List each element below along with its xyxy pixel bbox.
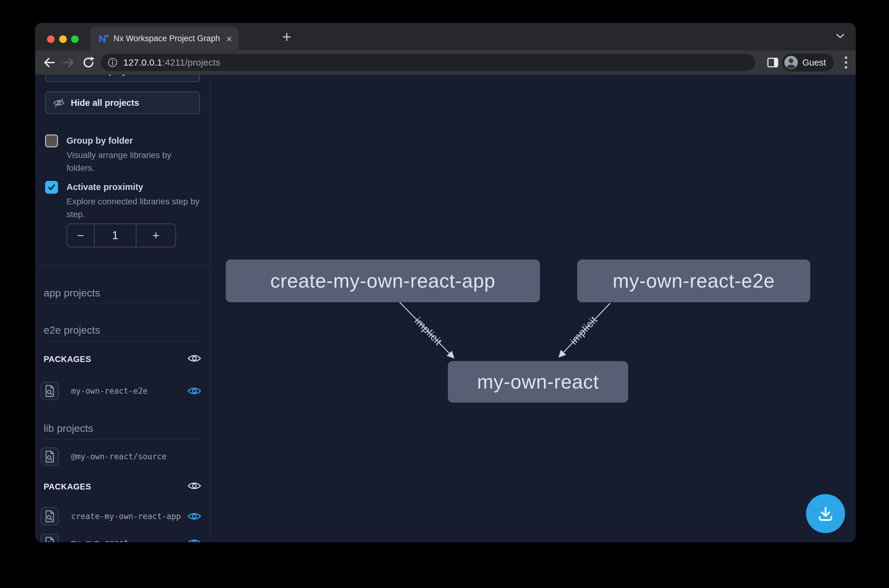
tab-title: Nx Workspace Project Graph <box>114 34 223 43</box>
graph-node-my-own-react-e2e[interactable]: my-own-react-e2e <box>577 260 810 302</box>
browser-toolbar: 127.0.0.1:4211/projects Guest <box>35 50 856 75</box>
macos-minimize-button[interactable] <box>59 35 67 43</box>
edge-label-implicit: implicit <box>413 315 444 347</box>
graph-edges: implicit implicit <box>35 75 856 542</box>
download-graph-button[interactable] <box>806 494 845 533</box>
download-icon <box>817 505 834 522</box>
tab-strip: Nx Workspace Project Graph × + <box>35 23 856 50</box>
address-bar[interactable]: 127.0.0.1:4211/projects <box>101 54 755 71</box>
site-info-icon[interactable] <box>107 57 118 68</box>
graph-node-create-my-own-react-app[interactable]: create-my-own-react-app <box>226 260 540 302</box>
url-path: :4211/projects <box>162 57 220 68</box>
nx-logo-icon <box>98 33 109 44</box>
tab-close-icon[interactable]: × <box>226 33 232 44</box>
app-content: Show all projects Hide all projects Grou… <box>35 75 856 542</box>
macos-close-button[interactable] <box>47 35 55 43</box>
avatar <box>784 56 798 69</box>
profile-button[interactable]: Guest <box>782 54 834 71</box>
tab-nx-workspace-project-graph[interactable]: Nx Workspace Project Graph × <box>90 27 239 50</box>
browser-window: Nx Workspace Project Graph × + <box>35 23 856 542</box>
profile-name: Guest <box>802 58 826 68</box>
back-icon[interactable] <box>42 56 56 69</box>
url-host: 127.0.0.1 <box>123 57 162 68</box>
chevron-down-icon[interactable] <box>835 33 845 39</box>
edge-label-implicit: implicit <box>568 314 599 347</box>
graph-node-my-own-react[interactable]: my-own-react <box>448 361 628 403</box>
macos-zoom-button[interactable] <box>71 35 79 43</box>
menu-dots-icon[interactable] <box>844 55 848 70</box>
reload-icon[interactable] <box>81 56 96 69</box>
side-panel-icon[interactable] <box>767 56 779 69</box>
new-tab-button[interactable]: + <box>276 28 297 47</box>
forward-icon[interactable] <box>62 56 76 69</box>
url-text: 127.0.0.1:4211/projects <box>123 57 220 68</box>
